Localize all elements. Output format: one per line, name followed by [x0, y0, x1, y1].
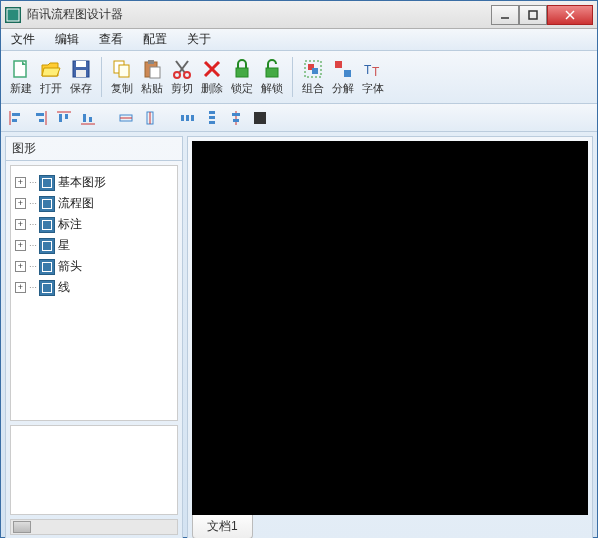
align-bottom-button[interactable] [79, 109, 97, 127]
window-title: 陌讯流程图设计器 [27, 6, 491, 23]
window-controls [491, 5, 593, 25]
expand-icon[interactable]: + [15, 240, 26, 251]
align-left-button[interactable] [7, 109, 25, 127]
ungroup-icon [332, 58, 354, 80]
svg-rect-35 [39, 119, 44, 122]
dist-v-button[interactable] [203, 109, 221, 127]
app-icon [5, 7, 21, 23]
svg-rect-40 [83, 114, 86, 122]
align-top-button[interactable] [55, 109, 73, 127]
center-h-button[interactable] [227, 109, 245, 127]
sidebar: 图形 + ⋯ 基本图形 + ⋯ 流程图 + ⋯ 标 [5, 136, 183, 538]
delete-button[interactable]: 删除 [198, 55, 226, 99]
svg-rect-54 [233, 119, 239, 122]
svg-rect-48 [191, 115, 194, 121]
svg-rect-51 [209, 121, 215, 124]
svg-rect-41 [89, 117, 92, 122]
new-button[interactable]: 新建 [7, 55, 35, 99]
shape-tree[interactable]: + ⋯ 基本图形 + ⋯ 流程图 + ⋯ 标注 [10, 165, 178, 421]
group-button[interactable]: 组合 [299, 55, 327, 99]
canvas-area: 文档1 [187, 136, 593, 538]
svg-rect-0 [7, 9, 19, 21]
svg-rect-26 [335, 61, 342, 68]
group-icon [302, 58, 324, 80]
menu-view[interactable]: 查看 [95, 29, 127, 50]
shape-preview [10, 425, 178, 515]
svg-point-17 [174, 72, 180, 78]
expand-icon[interactable]: + [15, 261, 26, 272]
lock-button[interactable]: 锁定 [228, 55, 256, 99]
expand-icon[interactable]: + [15, 282, 26, 293]
ungroup-button[interactable]: 分解 [329, 55, 357, 99]
menu-file[interactable]: 文件 [7, 29, 39, 50]
align-right-button[interactable] [31, 109, 49, 127]
svg-rect-14 [150, 67, 160, 78]
same-width-button[interactable] [117, 109, 135, 127]
open-icon [40, 58, 62, 80]
tree-item-star[interactable]: + ⋯ 星 [13, 235, 175, 256]
folder-icon [39, 280, 55, 296]
folder-icon [39, 175, 55, 191]
unlock-icon [261, 58, 283, 80]
svg-rect-21 [236, 68, 248, 77]
scrollbar-thumb[interactable] [13, 521, 31, 533]
svg-rect-49 [209, 111, 215, 114]
folder-icon [39, 196, 55, 212]
svg-rect-25 [312, 68, 318, 74]
copy-icon [111, 58, 133, 80]
expand-icon[interactable]: + [15, 177, 26, 188]
cut-icon [171, 58, 193, 80]
svg-rect-46 [181, 115, 184, 121]
svg-rect-47 [186, 115, 189, 121]
expand-icon[interactable]: + [15, 219, 26, 230]
titlebar: 陌讯流程图设计器 [1, 1, 597, 29]
center-v-button[interactable] [251, 109, 269, 127]
canvas[interactable] [192, 141, 588, 515]
close-button[interactable] [547, 5, 593, 25]
document-tabs: 文档1 [188, 515, 592, 538]
tree-item-flowchart[interactable]: + ⋯ 流程图 [13, 193, 175, 214]
maximize-button[interactable] [519, 5, 547, 25]
tree-item-line[interactable]: + ⋯ 线 [13, 277, 175, 298]
sidebar-title: 图形 [6, 137, 182, 161]
svg-rect-55 [254, 112, 266, 124]
svg-rect-2 [529, 11, 537, 19]
same-height-button[interactable] [141, 109, 159, 127]
font-icon: TT [362, 58, 384, 80]
tree-item-basic[interactable]: + ⋯ 基本图形 [13, 172, 175, 193]
font-button[interactable]: TT 字体 [359, 55, 387, 99]
folder-icon [39, 217, 55, 233]
paste-icon [141, 58, 163, 80]
copy-button[interactable]: 复制 [108, 55, 136, 99]
main-toolbar: 新建 打开 保存 复制 粘贴 剪切 [1, 51, 597, 104]
svg-text:T: T [372, 65, 380, 79]
dist-h-button[interactable] [179, 109, 197, 127]
svg-point-18 [184, 72, 190, 78]
lock-icon [231, 58, 253, 80]
minimize-button[interactable] [491, 5, 519, 25]
paste-button[interactable]: 粘贴 [138, 55, 166, 99]
menu-config[interactable]: 配置 [139, 29, 171, 50]
open-button[interactable]: 打开 [37, 55, 65, 99]
unlock-button[interactable]: 解锁 [258, 55, 286, 99]
body-area: 图形 + ⋯ 基本图形 + ⋯ 流程图 + ⋯ 标 [1, 132, 597, 538]
expand-icon[interactable]: + [15, 198, 26, 209]
svg-rect-13 [148, 60, 154, 64]
tree-item-callout[interactable]: + ⋯ 标注 [13, 214, 175, 235]
delete-icon [201, 58, 223, 80]
cut-button[interactable]: 剪切 [168, 55, 196, 99]
svg-rect-37 [59, 114, 62, 122]
svg-rect-38 [65, 114, 68, 119]
menu-about[interactable]: 关于 [183, 29, 215, 50]
menubar: 文件 编辑 查看 配置 关于 [1, 29, 597, 51]
svg-rect-8 [76, 61, 86, 67]
folder-icon [39, 259, 55, 275]
app-window: 陌讯流程图设计器 文件 编辑 查看 配置 关于 新建 打开 保存 [0, 0, 598, 538]
menu-edit[interactable]: 编辑 [51, 29, 83, 50]
svg-rect-11 [119, 65, 129, 77]
save-button[interactable]: 保存 [67, 55, 95, 99]
doc-tab-1[interactable]: 文档1 [192, 515, 253, 538]
sidebar-scrollbar[interactable] [10, 519, 178, 535]
tree-item-arrow[interactable]: + ⋯ 箭头 [13, 256, 175, 277]
folder-icon [39, 238, 55, 254]
